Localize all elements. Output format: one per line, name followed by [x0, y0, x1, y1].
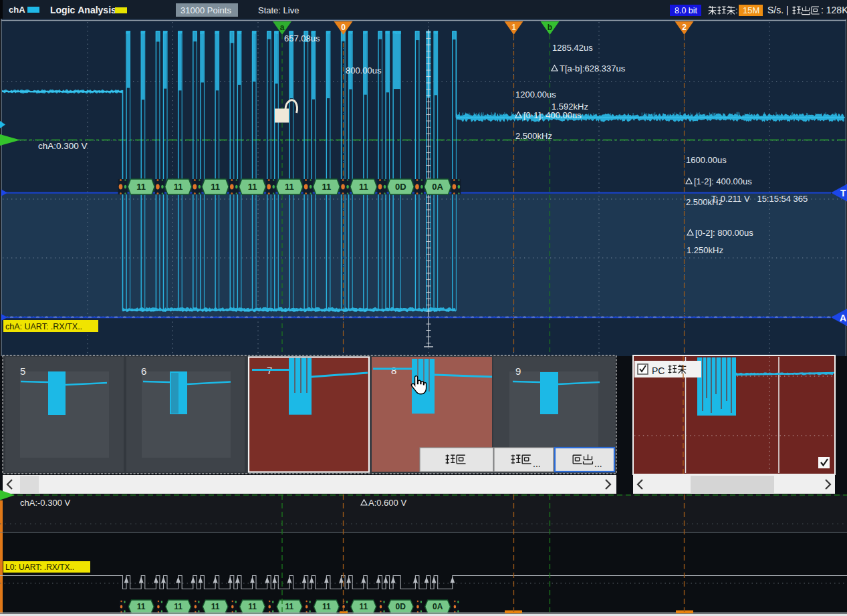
svg-text:...: ... — [533, 458, 541, 469]
svg-text:chA: chA — [9, 5, 25, 15]
svg-text:0D: 0D — [396, 602, 406, 611]
svg-text:PC: PC — [652, 365, 664, 376]
svg-text:1285.42us: 1285.42us — [552, 43, 593, 53]
svg-text:11: 11 — [322, 602, 331, 611]
svg-text:S/s. |: S/s. | — [767, 5, 789, 15]
svg-text:11: 11 — [359, 602, 368, 611]
svg-text:11: 11 — [137, 602, 146, 611]
svg-text:657.08us: 657.08us — [284, 33, 320, 43]
svg-text:11: 11 — [174, 602, 183, 611]
svg-text:1.250kHz: 1.250kHz — [687, 245, 723, 255]
svg-text:T[a-b]:628.337us: T[a-b]:628.337us — [560, 63, 626, 73]
svg-text:1200.00us: 1200.00us — [515, 90, 556, 100]
svg-text:T: T — [840, 188, 846, 198]
svg-text:5: 5 — [20, 365, 25, 377]
svg-text:chA:0.300 V: chA:0.300 V — [38, 141, 88, 151]
svg-text:11: 11 — [248, 602, 257, 611]
svg-text:15M: 15M — [743, 5, 759, 15]
svg-text:[0-1]: 400.00us: [0-1]: 400.00us — [523, 110, 582, 120]
svg-text:11: 11 — [174, 182, 183, 192]
svg-text:800.00us: 800.00us — [346, 65, 382, 75]
svg-text:11: 11 — [285, 182, 294, 192]
svg-text:0A: 0A — [433, 602, 443, 611]
svg-text:Logic Analysis: Logic Analysis — [50, 5, 116, 15]
svg-text:8: 8 — [391, 365, 396, 376]
svg-text:2: 2 — [682, 23, 687, 32]
svg-text:0A: 0A — [432, 182, 443, 192]
svg-text:chA: UART: .RX/TX..: chA: UART: .RX/TX.. — [5, 322, 82, 331]
svg-text:A: A — [840, 313, 846, 323]
svg-text:: 128K: : 128K — [821, 5, 847, 15]
svg-text:0D: 0D — [395, 182, 406, 192]
svg-text::: : — [735, 5, 738, 15]
svg-text:[0-2]: 800.00us: [0-2]: 800.00us — [695, 228, 753, 238]
svg-text:2.500kHz: 2.500kHz — [515, 131, 552, 141]
svg-text:0: 0 — [341, 23, 346, 32]
svg-text:11: 11 — [285, 602, 294, 611]
svg-text:chA:-0.300 V: chA:-0.300 V — [20, 498, 70, 508]
svg-text:11: 11 — [359, 182, 368, 192]
svg-text:11: 11 — [322, 182, 331, 192]
svg-text:b: b — [548, 23, 552, 32]
svg-text:6: 6 — [141, 365, 146, 377]
svg-text:...: ... — [594, 458, 602, 469]
svg-text:a: a — [280, 23, 285, 32]
svg-text:1: 1 — [511, 23, 516, 32]
svg-text:[1-2]: 400.00us: [1-2]: 400.00us — [694, 176, 752, 186]
svg-text:11: 11 — [211, 182, 220, 192]
svg-text:11: 11 — [211, 602, 220, 611]
svg-text:11: 11 — [136, 182, 146, 192]
svg-text:8.0 bit: 8.0 bit — [675, 6, 698, 15]
svg-text:11: 11 — [248, 182, 257, 192]
svg-text:31000 Points: 31000 Points — [180, 5, 231, 15]
svg-text:State: Live: State: Live — [258, 5, 299, 15]
svg-text:A:0.600 V: A:0.600 V — [368, 498, 406, 508]
svg-text:9: 9 — [515, 365, 521, 377]
svg-text:L0: UART: .RX/TX..: L0: UART: .RX/TX.. — [5, 563, 74, 572]
svg-text:1600.00us: 1600.00us — [686, 155, 727, 165]
svg-text:T: 0.211 V 15:15:54 365: T: 0.211 V 15:15:54 365 — [711, 194, 808, 204]
